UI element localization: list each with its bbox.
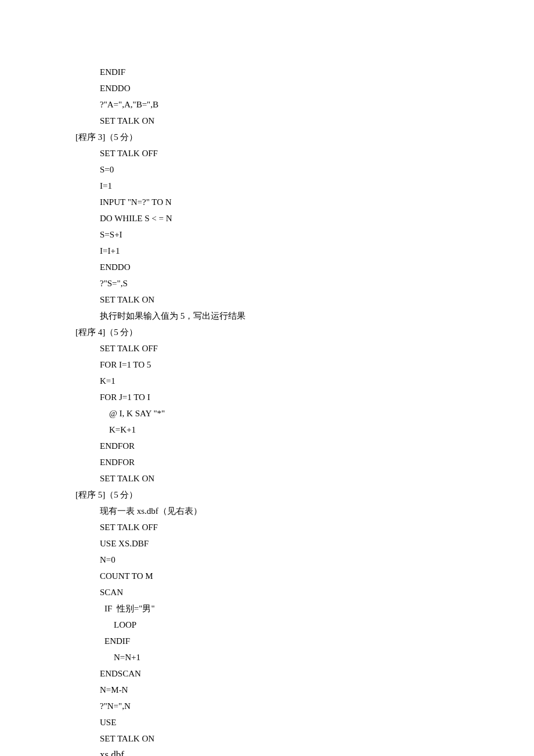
code-line: COUNT TO M [75,568,459,584]
code-line: S=0 [75,161,459,178]
code-line: SET TALK OFF [75,145,459,161]
code-line: SET TALK OFF [75,519,459,535]
code-line: @ I, K SAY "*" [75,405,459,422]
code-line: ENDFOR [75,454,459,470]
code-line: SCAN [75,584,459,600]
code-line: N=M-N [75,682,459,698]
document-body: ENDIFENDDO?"A=",A,"B=",BSET TALK ON[程序 3… [75,64,459,756]
code-line: SET TALK OFF [75,340,459,357]
code-line: N=0 [75,552,459,568]
code-line: FOR I=1 TO 5 [75,357,459,373]
code-line: ?"N=",N [75,698,459,714]
code-line: ?"A=",A,"B=",B [75,96,459,113]
code-line: ENDIF [75,633,459,649]
code-line: I=1 [75,178,459,194]
code-line: SET TALK ON [75,291,459,308]
code-line: ENDSCAN [75,665,459,682]
code-lines: ENDIFENDDO?"A=",A,"B=",BSET TALK ON[程序 3… [75,64,459,747]
code-line: ENDDO [75,259,459,275]
code-line: USE XS.DBF [75,535,459,552]
code-line: SET TALK ON [75,470,459,487]
code-line: USE [75,714,459,730]
code-line: ENDIF [75,64,459,80]
code-line: SET TALK ON [75,730,459,747]
code-line: INPUT "N=?" TO N [75,194,459,210]
code-line: DO WHILE S < = N [75,210,459,226]
code-line: IF 性别="男" [75,600,459,617]
code-line: K=K+1 [75,422,459,438]
code-line: 现有一表 xs.dbf（见右表） [75,503,459,519]
table-label: xs.dbf [75,747,459,756]
code-line: LOOP [75,617,459,633]
code-line: S=S+I [75,226,459,243]
code-line: ?"S=",S [75,275,459,291]
code-line: [程序 3]（5 分） [75,129,459,145]
code-line: I=I+1 [75,243,459,259]
code-line: 执行时如果输入值为 5，写出运行结果 [75,308,459,324]
code-line: ENDDO [75,80,459,96]
code-line: [程序 5]（5 分） [75,487,459,503]
code-line: [程序 4]（5 分） [75,324,459,340]
code-line: N=N+1 [75,649,459,665]
code-line: FOR J=1 TO I [75,389,459,405]
code-line: K=1 [75,373,459,389]
code-line: SET TALK ON [75,113,459,129]
code-line: ENDFOR [75,438,459,454]
